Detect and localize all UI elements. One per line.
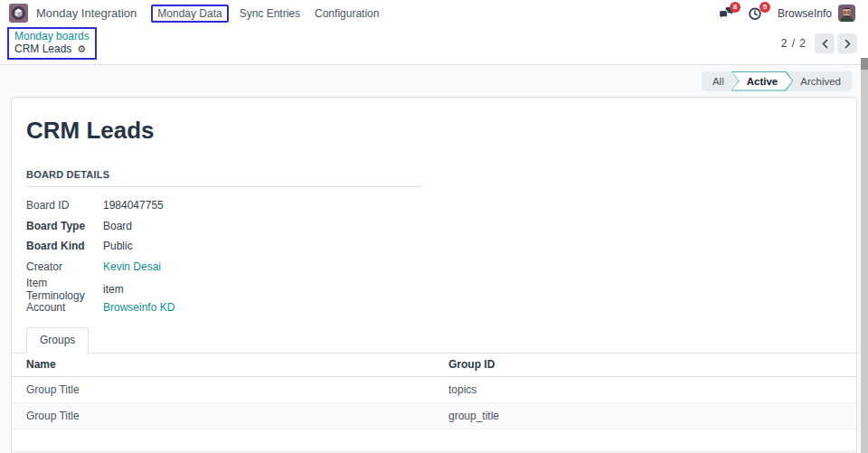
pager-count: 2 / 2	[781, 37, 807, 50]
tab-groups[interactable]: Groups	[26, 327, 89, 354]
column-header-name[interactable]: Name	[12, 354, 434, 377]
field-item-terminology: Item Terminology item	[26, 277, 842, 297]
user-menu[interactable]: BrowseInfo	[778, 5, 855, 22]
breadcrumb-bar: Monday boards CRM Leads ⚙ 2 / 2	[0, 26, 868, 64]
form-sheet: CRM Leads BOARD DETAILS Board ID 1984047…	[11, 97, 857, 453]
pager-next-button[interactable]	[837, 33, 857, 53]
field-value: item	[103, 283, 842, 296]
messages-icon[interactable]: 8	[718, 6, 734, 21]
table-row[interactable]: Group Title topics	[12, 377, 856, 403]
cell-name: Group Title	[12, 403, 434, 429]
filter-active-selected[interactable]: Active	[731, 71, 794, 91]
filter-archived[interactable]: Archived	[789, 71, 852, 91]
cell-group-id: topics	[434, 377, 856, 403]
table-row[interactable]: Group Title group_title	[12, 403, 856, 429]
empty-row	[12, 429, 856, 452]
top-navbar: Monday Integration Monday Data Sync Entr…	[0, 0, 868, 26]
control-panel: All Active Archived	[0, 65, 868, 97]
field-label: Board ID	[26, 199, 103, 212]
field-label: Creator	[26, 260, 103, 273]
menu-configuration[interactable]: Configuration	[307, 5, 386, 23]
gear-icon[interactable]: ⚙	[77, 44, 86, 54]
breadcrumb-current-label: CRM Leads	[14, 42, 71, 56]
cell-group-id: group_title	[434, 403, 856, 429]
field-board-type: Board Type Board	[26, 216, 842, 237]
section-title-board-details: BOARD DETAILS	[26, 169, 421, 187]
cell-name: Group Title	[12, 377, 434, 403]
creator-link[interactable]: Kevin Desai	[103, 260, 842, 273]
vertical-scrollbar[interactable]	[861, 58, 868, 453]
groups-table: Name Group ID Group Title topics Group T…	[12, 354, 856, 453]
field-value: Board	[103, 220, 842, 232]
messages-badge: 8	[730, 2, 741, 13]
account-link[interactable]: Browseinfo KD	[103, 301, 842, 314]
field-label: Account	[26, 301, 103, 314]
filter-all[interactable]: All	[702, 71, 735, 91]
menu-monday-data[interactable]: Monday Data	[151, 5, 228, 23]
field-value: 1984047755	[103, 199, 842, 212]
activities-badge: 5	[760, 2, 770, 13]
topnav-right: 8 5 BrowseInfo	[718, 5, 859, 22]
field-creator: Creator Kevin Desai	[26, 257, 842, 278]
pager-previous-button[interactable]	[815, 33, 835, 53]
field-board-kind: Board Kind Public	[26, 236, 842, 257]
notebook-tabs: Groups	[12, 327, 856, 354]
activities-clock-icon[interactable]: 5	[748, 6, 764, 21]
groups-table-header-row: Name Group ID	[12, 354, 856, 377]
page-title: CRM Leads	[26, 117, 842, 145]
field-value: Public	[103, 240, 842, 252]
breadcrumb: Monday boards CRM Leads ⚙	[7, 27, 97, 60]
pager: 2 / 2	[781, 33, 857, 53]
breadcrumb-current: CRM Leads ⚙	[14, 42, 90, 56]
breadcrumb-parent-link[interactable]: Monday boards	[14, 30, 90, 42]
filter-active-label: Active	[732, 72, 793, 90]
menu-sync-entries[interactable]: Sync Entries	[232, 5, 307, 23]
scrollbar-thumb[interactable]	[861, 58, 868, 70]
field-board-id: Board ID 1984047755	[26, 195, 842, 216]
field-label: Board Kind	[26, 240, 103, 252]
archive-filter: All Active Archived	[702, 71, 852, 91]
field-label: Board Type	[26, 220, 103, 232]
column-header-group-id[interactable]: Group ID	[434, 354, 856, 377]
app-cube-icon[interactable]	[9, 4, 28, 23]
app-title: Monday Integration	[36, 6, 137, 20]
user-avatar	[838, 5, 855, 22]
user-name: BrowseInfo	[778, 7, 832, 20]
field-label: Item Terminology	[26, 277, 103, 302]
field-account: Account Browseinfo KD	[26, 297, 842, 318]
